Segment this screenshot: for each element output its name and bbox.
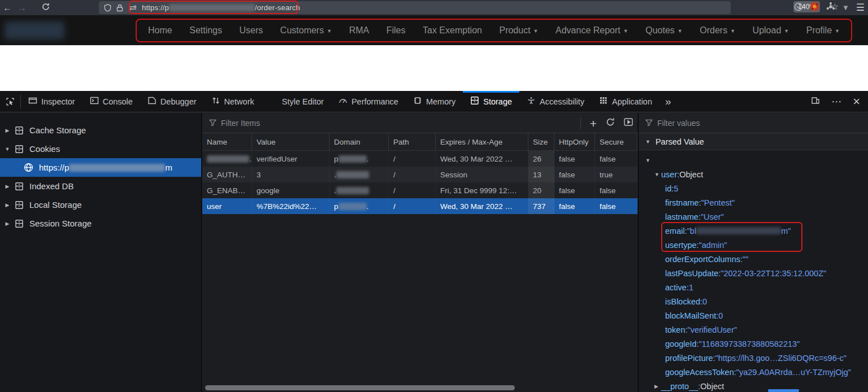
tree-row-profilePicture[interactable]: profilePicture: "https://lh3.goo…ZSli6DQ… xyxy=(639,351,868,365)
sidebar-item-indexed-db[interactable]: ▶Indexed DB xyxy=(0,177,201,195)
column-header-value[interactable]: Value xyxy=(252,133,329,150)
column-header-expires-max-age[interactable]: Expires / Max-Age xyxy=(436,133,528,150)
refresh-items-button[interactable] xyxy=(606,117,615,129)
expander-right-icon[interactable]: ▶ xyxy=(3,128,11,133)
close-devtools-icon[interactable]: × xyxy=(853,94,860,109)
toggle-sidebar-button[interactable] xyxy=(624,118,633,128)
tree-row-orderExportColumns[interactable]: orderExportColumns: "" xyxy=(639,252,868,266)
nav-item-product[interactable]: Product▼ xyxy=(499,25,538,36)
tree-row-lastname[interactable]: lastname: "User" xyxy=(639,210,868,224)
lock-icon[interactable] xyxy=(116,4,123,12)
add-item-button[interactable]: + xyxy=(590,117,597,129)
filter-items-input[interactable]: Filter Items xyxy=(221,119,260,128)
tree-row-firstname[interactable]: firstname: "Pentest" xyxy=(639,195,868,210)
tab-style-editor[interactable]: Style Editor xyxy=(262,91,331,112)
url-redacted xyxy=(169,4,255,11)
nav-item-settings[interactable]: Settings xyxy=(189,25,222,36)
nav-item-advance-report[interactable]: Advance Report▼ xyxy=(555,25,628,36)
globe-icon xyxy=(24,163,33,172)
nav-item-quotes[interactable]: Quotes▼ xyxy=(645,25,683,36)
values-scrollbar-thumb[interactable] xyxy=(768,389,799,392)
extension-blocker-icon[interactable] xyxy=(810,2,819,14)
filter-values-input[interactable]: Filter values xyxy=(657,119,700,128)
nav-item-tax-exemption[interactable]: Tax Exemption xyxy=(423,25,482,36)
tree-row-blockMailSent[interactable]: blockMailSent: 0 xyxy=(639,308,868,323)
tree-row-usertype[interactable]: usertype: "admin" xyxy=(639,238,868,252)
tree-row-id[interactable]: id: 5 xyxy=(639,181,868,195)
tree-row-active[interactable]: active: 1 xyxy=(639,280,868,294)
nav-item-orders[interactable]: Orders▼ xyxy=(700,25,735,36)
meatball-menu-icon[interactable]: ⋯ xyxy=(831,95,841,108)
permissions-icon[interactable] xyxy=(128,5,137,11)
tree-row-googleAcessToken[interactable]: googleAcessToken: "ya29.A0ARrda…uY-TZmyj… xyxy=(639,365,868,379)
column-header-httponly[interactable]: HttpOnly xyxy=(554,133,595,150)
cookie-row[interactable]: G_AUTH…3./Session13falsetrue xyxy=(202,167,637,182)
sidebar-item-site-cookies[interactable]: https://pm xyxy=(0,158,201,177)
column-header-size[interactable]: Size xyxy=(528,133,554,150)
scrollbar-thumb[interactable] xyxy=(205,385,515,390)
extension-molecule-icon[interactable] xyxy=(826,2,835,14)
tab-network[interactable]: Network xyxy=(204,91,262,112)
tree-row-lastPasUpdate[interactable]: lastPasUpdate: "2022-03-22T12:35:12.000Z… xyxy=(639,266,868,280)
column-header-name[interactable]: Name xyxy=(202,133,252,150)
menu-hamburger-icon[interactable]: ☰ xyxy=(856,2,865,14)
nav-item-files[interactable]: Files xyxy=(387,25,406,36)
nav-item-rma[interactable]: RMA xyxy=(349,25,370,36)
cookie-row[interactable]: user%7B%22id%22…p./Wed, 30 Mar 2022 …737… xyxy=(202,198,637,214)
expander-down-icon[interactable]: ▼ xyxy=(654,172,661,177)
column-header-secure[interactable]: Secure xyxy=(595,133,637,150)
reload-icon[interactable] xyxy=(38,3,53,12)
column-header-path[interactable]: Path xyxy=(389,133,436,150)
parsed-value-header[interactable]: ▼ Parsed Value xyxy=(639,133,868,150)
tab-memory[interactable]: Memory xyxy=(406,91,463,112)
nav-item-customers[interactable]: Customers▼ xyxy=(280,25,332,36)
tree-row[interactable]: ▼ xyxy=(639,153,868,167)
forward-icon[interactable]: → xyxy=(15,3,29,12)
url-bar[interactable]: https://p /order-search xyxy=(99,1,731,14)
grid-icon xyxy=(599,96,608,107)
horizontal-scrollbar[interactable] xyxy=(202,385,637,391)
expander-right-icon[interactable]: ▶ xyxy=(3,221,11,227)
pocket-icon[interactable] xyxy=(794,2,803,14)
more-tabs-icon[interactable]: » xyxy=(659,91,675,112)
sidebar-item-cookies[interactable]: ▼Cookies xyxy=(0,140,201,158)
url-text[interactable]: https://p /order-search xyxy=(142,3,300,12)
sidebar-item-local-storage[interactable]: ▶Local Storage xyxy=(0,195,201,214)
debugger-icon xyxy=(147,96,157,107)
nav-item-profile[interactable]: Profile▼ xyxy=(806,25,840,36)
tree-row-googleId[interactable]: googleId: "116839733873880582213" xyxy=(639,337,868,351)
expander-right-icon[interactable]: ▶ xyxy=(3,184,11,189)
tree-row-token[interactable]: token: "verifiedUser" xyxy=(639,323,868,337)
shield-icon[interactable] xyxy=(104,4,111,12)
expander-down-icon[interactable]: ▼ xyxy=(645,158,652,163)
tab-console[interactable]: Console xyxy=(83,91,140,112)
nav-item-home[interactable]: Home xyxy=(148,25,172,36)
tree-row-email[interactable]: email: "blm" xyxy=(639,224,868,238)
expander-down-icon[interactable]: ▼ xyxy=(3,146,11,152)
tab-accessibility[interactable]: Accessibility xyxy=(519,91,592,112)
sidebar-item-session-storage[interactable]: ▶Session Storage xyxy=(0,214,201,233)
tab-debugger[interactable]: Debugger xyxy=(140,91,204,112)
tab-application[interactable]: Application xyxy=(592,91,659,112)
cookie-row[interactable]: .verifiedUserp./Wed, 30 Mar 2022 …26fals… xyxy=(202,151,637,167)
column-header-domain[interactable]: Domain xyxy=(329,133,389,150)
tab-inspector[interactable]: Inspector xyxy=(21,91,83,112)
parsed-value-panel: Filter values ▼ Parsed Value ▼▼user: Obj… xyxy=(638,113,868,392)
tab-performance[interactable]: Performance xyxy=(331,91,406,112)
back-icon[interactable]: ← xyxy=(0,3,15,12)
sidebar-item-cache-storage[interactable]: ▶Cache Storage xyxy=(0,121,201,140)
tree-row-isBlocked[interactable]: isBlocked: 0 xyxy=(639,294,868,308)
nav-item-users[interactable]: Users xyxy=(240,25,263,36)
expander-right-icon[interactable]: ▶ xyxy=(3,202,11,208)
cell-httponly: false xyxy=(554,151,595,167)
collapse-icon[interactable]: ▼ xyxy=(645,139,650,145)
nav-item-upload[interactable]: Upload▼ xyxy=(753,25,789,36)
expander-right-icon[interactable]: ▶ xyxy=(654,384,661,389)
extension-v-icon[interactable]: ▼ xyxy=(842,3,849,12)
tab-storage[interactable]: Storage xyxy=(463,91,519,112)
tree-row-proto[interactable]: ▶__proto__: Object xyxy=(639,379,868,392)
cookie-row[interactable]: G_ENAB…google./Fri, 31 Dec 9999 12:…20fa… xyxy=(202,182,637,198)
responsive-mode-icon[interactable] xyxy=(811,96,820,107)
tree-row-user[interactable]: ▼user: Object xyxy=(639,167,868,181)
pick-element-icon[interactable] xyxy=(0,91,20,112)
